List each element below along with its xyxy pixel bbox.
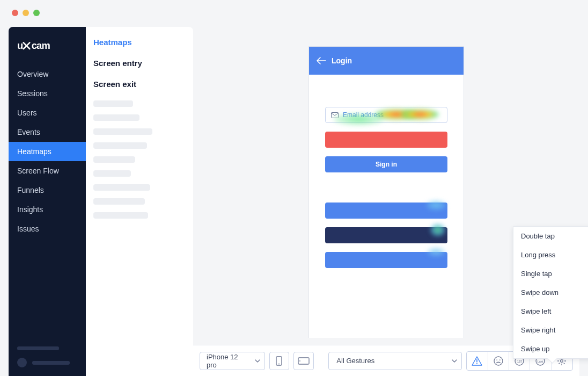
- device-select-value: iPhone 12 pro: [207, 353, 249, 369]
- chevron-down-icon: [452, 359, 457, 363]
- subnav-item-heatmaps[interactable]: Heatmaps: [93, 38, 186, 47]
- svg-point-13: [499, 359, 501, 360]
- mail-icon: [331, 112, 339, 118]
- rage-gesture-button[interactable]: [488, 352, 509, 370]
- sidebar-footer: [9, 338, 86, 376]
- skeleton-line: [93, 142, 147, 149]
- svg-text:Last: Last: [538, 359, 543, 363]
- main: Login Email address Sign in: [193, 27, 579, 376]
- window-close-dot[interactable]: [12, 10, 18, 16]
- chevron-down-icon: [255, 359, 260, 363]
- device-preview: Login Email address Sign in: [308, 46, 464, 338]
- sidebar-item-heatmaps[interactable]: Heatmaps: [9, 142, 86, 161]
- sidebar-item-issues[interactable]: Issues: [9, 219, 86, 238]
- subnav: Heatmaps Screen entry Screen exit: [86, 27, 193, 376]
- login-option-3: [325, 252, 447, 268]
- unresponsive-gesture-button[interactable]: [467, 352, 488, 370]
- svg-point-12: [496, 359, 497, 360]
- user-menu[interactable]: [17, 358, 77, 367]
- subnav-item-screen-entry[interactable]: Screen entry: [93, 59, 186, 68]
- window-traffic-lights: [12, 10, 40, 16]
- orientation-portrait-button[interactable]: [269, 352, 289, 370]
- svg-point-8: [299, 360, 300, 361]
- gesture-select-value: All Gestures: [336, 357, 374, 365]
- device-select[interactable]: iPhone 12 pro: [200, 352, 265, 370]
- sidebar-item-sessions[interactable]: Sessions: [9, 84, 86, 103]
- error-button: [325, 132, 447, 148]
- sidebar-item-users[interactable]: Users: [9, 103, 86, 122]
- avatar: [17, 358, 27, 367]
- gesture-dropdown-menu: Double tap Long press Single tap Swipe d…: [513, 226, 588, 359]
- back-arrow-icon: [317, 57, 326, 64]
- sidebar-item-funnels[interactable]: Funnels: [9, 180, 86, 200]
- signin-button: Sign in: [325, 156, 447, 172]
- screen-title: Login: [332, 56, 352, 65]
- svg-text:1st: 1st: [517, 359, 522, 363]
- skeleton-line: [93, 212, 148, 219]
- sidebar: u cam Overview Sessions Users Events Hea…: [9, 27, 86, 376]
- window-minimize-dot[interactable]: [23, 10, 29, 16]
- svg-point-18: [561, 359, 563, 362]
- svg-point-6: [278, 363, 280, 364]
- sidebar-item-overview[interactable]: Overview: [9, 64, 86, 84]
- svg-point-10: [476, 363, 477, 364]
- skeleton-line: [93, 128, 152, 135]
- svg-text:cam: cam: [32, 40, 50, 51]
- brand-logo: u cam: [9, 34, 86, 64]
- window-zoom-dot[interactable]: [33, 10, 40, 16]
- gesture-option-swipe-left[interactable]: Swipe left: [513, 302, 588, 321]
- orientation-landscape-button[interactable]: [293, 352, 313, 370]
- skeleton-line: [32, 361, 70, 365]
- sidebar-item-screen-flow[interactable]: Screen Flow: [9, 161, 86, 180]
- gesture-option-long-press[interactable]: Long press: [513, 245, 588, 264]
- gesture-select[interactable]: All Gestures: [328, 352, 462, 370]
- skeleton-line: [93, 184, 150, 191]
- skeleton-line: [93, 156, 135, 163]
- skeleton-line: [93, 198, 145, 205]
- screen-navbar: Login: [309, 47, 464, 75]
- gesture-option-swipe-up[interactable]: Swipe up: [513, 339, 588, 358]
- skeleton-line: [17, 346, 59, 350]
- svg-text:u: u: [17, 40, 23, 51]
- sidebar-item-insights[interactable]: Insights: [9, 200, 86, 219]
- skeleton-line: [93, 170, 131, 177]
- login-option-1: [325, 203, 447, 219]
- login-option-2: [325, 227, 447, 243]
- skeleton-line: [93, 100, 133, 107]
- svg-point-11: [494, 357, 503, 365]
- gesture-option-swipe-down[interactable]: Swipe down: [513, 283, 588, 302]
- gesture-option-single-tap[interactable]: Single tap: [513, 264, 588, 283]
- gesture-option-double-tap[interactable]: Double tap: [513, 227, 588, 245]
- subnav-item-screen-exit[interactable]: Screen exit: [93, 79, 186, 89]
- gesture-option-swipe-right[interactable]: Swipe right: [513, 321, 588, 339]
- sidebar-item-events[interactable]: Events: [9, 122, 86, 142]
- skeleton-line: [93, 114, 139, 121]
- email-placeholder: Email address: [343, 111, 384, 119]
- screen-body: Email address Sign in: [309, 75, 464, 338]
- email-field: Email address: [325, 107, 447, 123]
- sidebar-nav: Overview Sessions Users Events Heatmaps …: [9, 64, 86, 238]
